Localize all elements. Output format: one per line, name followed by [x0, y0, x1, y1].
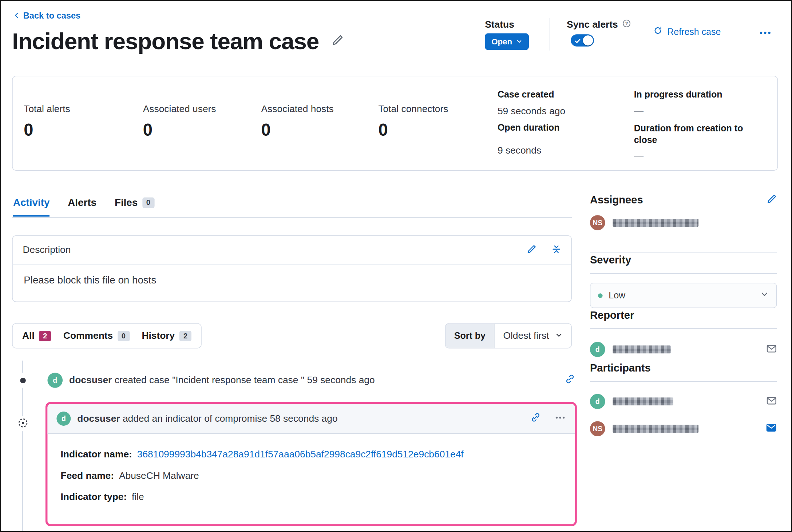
indicator-type-row: Indicator type: file [61, 491, 562, 503]
sort-order-value: Oldest first [503, 330, 549, 342]
stat-associated-hosts: Associated hosts 0 [261, 103, 333, 140]
section-divider [590, 328, 777, 329]
toggle-knob [583, 35, 593, 45]
refresh-icon [654, 26, 662, 37]
indicator-name-row: Indicator name: 3681099993b4b347a28a91d1… [61, 449, 562, 460]
avatar: d [590, 342, 605, 357]
title-row: Incident response team case [12, 27, 344, 55]
pencil-icon [332, 39, 344, 47]
event-action: added an indicator of compromise 58 seco… [123, 413, 338, 424]
stat-label: Total alerts [24, 103, 70, 115]
redacted-username [613, 397, 673, 405]
stat-label: Total connectors [378, 103, 448, 115]
check-icon [574, 37, 581, 47]
severity-select[interactable]: Low [590, 283, 777, 308]
back-to-cases-label: Back to cases [23, 11, 80, 21]
case-created-label: Case created [498, 90, 554, 100]
case-created-value: 59 seconds ago [498, 106, 565, 117]
pencil-icon [767, 197, 777, 206]
page-title: Incident response team case [12, 27, 319, 55]
edit-description-button[interactable] [527, 244, 536, 256]
event-text: docsuser added an indicator of compromis… [77, 413, 337, 424]
case-sidebar: Assignees NS Severity Low Reporter d [590, 193, 777, 440]
chevron-down-icon [760, 290, 769, 301]
sync-alerts-toggle[interactable] [571, 34, 594, 46]
header-divider [550, 18, 550, 51]
event-action: created case "Incident response team cas… [115, 375, 375, 385]
timeline-event-indicator-highlighted: d docsuser added an indicator of comprom… [45, 402, 577, 526]
envelope-icon [766, 399, 777, 408]
avatar: d [56, 412, 71, 426]
tab-alerts[interactable]: Alerts [68, 197, 96, 217]
stat-value: 0 [378, 120, 448, 140]
copy-link-button[interactable] [565, 374, 575, 386]
reporter-row: d [590, 338, 777, 361]
filter-label: All [22, 330, 35, 342]
participant-row: NS [590, 417, 777, 440]
description-body: Please block this file on hosts [13, 265, 571, 295]
chevron-down-icon [555, 330, 563, 342]
stat-associated-users: Associated users 0 [143, 103, 216, 140]
case-detail-page: Back to cases Incident response team cas… [0, 0, 792, 532]
ellipsis-icon [555, 414, 566, 425]
filter-comments-count-badge: 0 [118, 330, 130, 341]
severity-value: Low [609, 290, 625, 301]
envelope-icon [766, 347, 777, 356]
field-label: Indicator type: [61, 491, 127, 503]
avatar: NS [590, 421, 605, 436]
target-icon [17, 417, 28, 430]
indicator-details: Indicator name: 3681099993b4b347a28a91d1… [47, 434, 575, 503]
filter-label: History [142, 330, 175, 342]
filter-all[interactable]: All 2 [22, 330, 51, 342]
collapse-icon [551, 247, 561, 255]
sort-by-label: Sort by [446, 324, 495, 348]
tab-files[interactable]: Files 0 [115, 197, 154, 217]
sort-order-dropdown[interactable]: Oldest first [495, 324, 571, 348]
indicator-event-header: d docsuser added an indicator of comprom… [47, 404, 575, 434]
filter-history-count-badge: 2 [179, 330, 191, 341]
edit-title-button[interactable] [332, 34, 344, 48]
tabs-divider [12, 217, 572, 218]
filter-comments[interactable]: Comments 0 [63, 330, 130, 342]
description-title: Description [23, 245, 71, 256]
timeline-event-created: d docsuser created case "Incident respon… [47, 370, 575, 391]
section-divider [590, 273, 777, 274]
stat-total-alerts: Total alerts 0 [24, 103, 70, 140]
email-user-button[interactable] [766, 343, 777, 356]
email-user-button[interactable] [766, 395, 777, 408]
link-icon [565, 375, 575, 386]
severity-low-dot-icon [598, 293, 602, 298]
copy-link-button[interactable] [531, 413, 540, 425]
envelope-filled-icon [766, 426, 777, 435]
stat-label: Associated hosts [261, 103, 333, 115]
email-user-button[interactable] [766, 422, 777, 435]
activity-filter-bar: All 2 Comments 0 History 2 Sort by Oldes… [12, 323, 572, 349]
avatar: d [590, 394, 605, 409]
reporter-title: Reporter [590, 308, 777, 322]
event-username: docsuser [69, 375, 112, 385]
tab-activity[interactable]: Activity [13, 197, 50, 217]
tab-label: Alerts [68, 197, 96, 209]
status-label: Status [485, 19, 514, 31]
field-value: file [132, 491, 144, 503]
redacted-username [613, 219, 698, 227]
creation-to-close-value: — [634, 150, 644, 161]
collapse-description-button[interactable] [551, 244, 561, 256]
in-progress-duration-value: — [634, 106, 644, 117]
help-icon[interactable]: ? [622, 19, 631, 31]
status-dropdown-button[interactable]: Open [485, 33, 529, 50]
timeline-dot-marker [15, 373, 31, 388]
case-actions-menu-button[interactable] [759, 26, 772, 41]
activity-filters: All 2 Comments 0 History 2 [12, 323, 202, 348]
pencil-icon [527, 247, 536, 255]
tab-label: Activity [13, 197, 50, 209]
filter-history[interactable]: History 2 [142, 330, 191, 342]
edit-assignees-button[interactable] [767, 194, 777, 206]
back-to-cases-link[interactable]: Back to cases [13, 11, 80, 21]
field-label: Indicator name: [61, 449, 132, 460]
indicator-name-link[interactable]: 3681099993b4b347a28a91d1f57aaa06b5af2998… [137, 449, 464, 460]
event-actions-menu-button[interactable] [555, 412, 566, 425]
assignees-title: Assignees [590, 193, 643, 207]
stat-value: 0 [261, 120, 333, 140]
refresh-case-button[interactable]: Refresh case [654, 26, 721, 37]
